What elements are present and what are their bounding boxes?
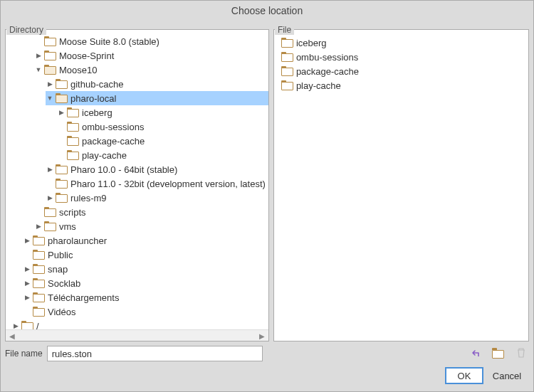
tree-label: Moose-Sprint <box>58 51 114 61</box>
tree-item[interactable]: ▶vms <box>34 219 268 233</box>
tree-label: Socklab <box>46 278 80 289</box>
choose-location-dialog: Choose location Directory Moose Suite 8.… <box>0 0 534 392</box>
folder-icon <box>281 66 293 76</box>
folder-open-icon <box>44 65 56 75</box>
file-label: package-cache <box>295 66 359 77</box>
file-label: play-cache <box>295 80 341 91</box>
tree-item[interactable]: ▶rules-m9 <box>46 191 268 205</box>
list-item[interactable]: package-cache <box>280 64 523 78</box>
tree-item[interactable]: ombu-sessions <box>57 120 268 134</box>
folder-icon <box>21 321 33 329</box>
tree-item[interactable]: ▶pharolauncher <box>23 233 268 248</box>
tree-label: Téléchargements <box>46 292 119 303</box>
directory-tree[interactable]: Moose Suite 8.0 (stable) ▶Moose-Sprint ▼… <box>6 30 268 329</box>
tree-label: Pharo 11.0 - 32bit (development version,… <box>69 179 266 189</box>
expand-icon[interactable]: ▶ <box>23 265 31 273</box>
folder-icon <box>67 136 78 146</box>
folder-icon <box>492 348 505 359</box>
file-list[interactable]: iceberg ombu-sessions package-cache play… <box>274 30 528 98</box>
tree-label: Pharo 10.0 - 64bit (stable) <box>69 164 177 175</box>
folder-icon <box>44 36 56 46</box>
expand-icon[interactable]: ▶ <box>46 194 54 202</box>
cancel-button[interactable]: Cancel <box>488 367 526 384</box>
tree-label: ombu-sessions <box>80 122 144 132</box>
folder-icon <box>281 80 293 90</box>
tree-item[interactable]: Pharo 11.0 - 32bit (development version,… <box>46 176 268 191</box>
collapse-icon[interactable]: ▼ <box>34 65 43 74</box>
tree-label: Vidéos <box>46 307 76 317</box>
tree-label: Moose10 <box>58 65 97 75</box>
tree-label: package-cache <box>80 136 145 147</box>
file-name-label: File name <box>5 349 43 359</box>
tree-item[interactable]: ▶snap <box>23 262 268 276</box>
tree-item[interactable]: package-cache <box>57 134 268 148</box>
list-item[interactable]: ombu-sessions <box>280 50 523 64</box>
expand-icon[interactable]: ▶ <box>57 108 66 117</box>
expand-icon[interactable]: ▶ <box>11 322 20 329</box>
tree-label: Moose Suite 8.0 (stable) <box>58 36 159 47</box>
list-item[interactable]: play-cache <box>280 78 523 92</box>
new-folder-button[interactable] <box>491 346 506 360</box>
tree-label: snap <box>46 264 68 275</box>
horizontal-scrollbar[interactable]: ◀ ▶ <box>6 329 268 341</box>
tree-label: iceberg <box>80 107 112 118</box>
folder-icon <box>44 221 56 231</box>
expand-icon[interactable]: ▶ <box>23 279 31 287</box>
tree-item[interactable]: ▶iceberg <box>57 105 268 120</box>
tree-label: / <box>35 321 39 330</box>
file-label: File <box>275 25 294 35</box>
tree-item[interactable]: play-cache <box>57 148 268 162</box>
delete-button[interactable] <box>513 346 529 360</box>
dialog-title: Choose location <box>1 1 533 19</box>
folder-icon <box>67 107 78 117</box>
expand-icon[interactable]: ▶ <box>23 293 31 302</box>
folder-icon <box>67 150 78 160</box>
folder-icon <box>33 235 44 245</box>
tree-item[interactable]: ▶/ <box>11 319 268 329</box>
expand-icon[interactable]: ▶ <box>46 165 54 174</box>
tree-label: play-cache <box>80 150 127 161</box>
folder-icon <box>33 292 44 302</box>
tree-item[interactable]: Vidéos <box>23 304 268 319</box>
tree-item[interactable]: ▼Moose10 <box>34 63 268 77</box>
file-list-box: iceberg ombu-sessions package-cache play… <box>273 29 529 341</box>
ok-button[interactable]: OK <box>445 367 483 384</box>
expand-icon[interactable]: ▶ <box>34 222 43 231</box>
scroll-right-icon[interactable]: ▶ <box>257 332 267 340</box>
trash-icon <box>515 347 527 359</box>
tree-label: pharolauncher <box>46 235 107 246</box>
tree-item[interactable]: Public <box>23 248 268 262</box>
tree-item[interactable]: ▶Pharo 10.0 - 64bit (stable) <box>46 162 268 176</box>
directory-label: Directory <box>6 25 46 35</box>
tree-label: vms <box>58 221 76 232</box>
folder-icon <box>56 179 67 189</box>
folder-icon <box>33 264 44 274</box>
tree-item[interactable]: ▶Moose-Sprint <box>34 48 268 63</box>
collapse-icon[interactable]: ▼ <box>46 94 54 102</box>
tree-item[interactable]: ▶Téléchargements <box>23 290 268 304</box>
tree-label: scripts <box>58 207 86 218</box>
directory-tree-box: Moose Suite 8.0 (stable) ▶Moose-Sprint ▼… <box>5 29 269 341</box>
folder-icon <box>281 52 293 62</box>
scroll-left-icon[interactable]: ◀ <box>7 332 17 340</box>
tree-label: github-cache <box>69 79 123 90</box>
folder-open-icon <box>56 93 67 103</box>
tree-item[interactable]: Moose Suite 8.0 (stable) <box>34 34 268 48</box>
tree-item[interactable]: ▶github-cache <box>46 77 268 91</box>
expand-icon[interactable]: ▶ <box>23 236 31 245</box>
file-label: ombu-sessions <box>295 52 358 63</box>
expand-icon[interactable]: ▶ <box>46 80 54 88</box>
tree-item[interactable]: ▶Socklab <box>23 276 268 290</box>
folder-icon <box>67 122 78 132</box>
folder-icon <box>281 38 293 48</box>
expand-icon[interactable]: ▶ <box>34 51 43 60</box>
list-item[interactable]: iceberg <box>280 36 523 50</box>
up-directory-button[interactable] <box>468 346 483 360</box>
folder-icon <box>56 193 67 203</box>
file-name-input[interactable] <box>47 346 263 361</box>
tree-item-selected[interactable]: ▼pharo-local <box>46 91 268 105</box>
folder-icon <box>33 278 44 288</box>
tree-label: rules-m9 <box>69 193 107 203</box>
tree-item[interactable]: scripts <box>34 205 268 219</box>
tree-label: Public <box>46 250 73 260</box>
